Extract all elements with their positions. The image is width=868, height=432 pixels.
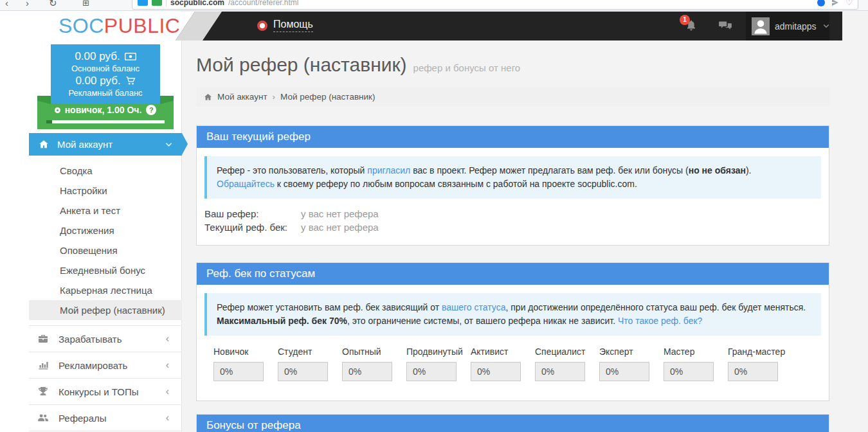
user-menu[interactable]: admitapps	[746, 12, 829, 40]
messages-button[interactable]	[718, 19, 732, 32]
status-name: Опытный	[342, 346, 406, 357]
sidebar-item-referrals[interactable]: Рефералы ‹	[29, 404, 182, 431]
panel-current-referer: Ваш текущий рефер Рефер - это пользовате…	[196, 125, 829, 246]
your-status-link[interactable]: вашего статуса	[442, 302, 506, 312]
invited-link[interactable]: пригласил	[367, 165, 410, 176]
divider	[166, 0, 167, 6]
refback-value: у вас нет рефера	[301, 221, 379, 234]
refback-row: Текущий реф. бек: у вас нет рефера	[204, 221, 821, 234]
browser-forward-icon[interactable]: ›	[26, 0, 29, 10]
status-name: Студент	[278, 346, 342, 357]
status-col-student: Студент 0%	[278, 346, 342, 381]
status-col-experienced: Опытный 0%	[342, 346, 406, 381]
breadcrumb-account-link[interactable]: Мой аккаунт	[217, 92, 267, 102]
info-text: ).	[746, 165, 752, 176]
sidebar-item-advertise[interactable]: Рекламировать ‹	[29, 352, 182, 378]
notification-badge: 1	[680, 15, 690, 25]
status-percent: 0%	[406, 362, 457, 381]
cart-icon[interactable]	[125, 76, 136, 86]
panel-bonuses: Бонусы от рефера	[196, 414, 829, 432]
info-bold: но не обязан	[689, 165, 746, 176]
share-icon[interactable]	[831, 0, 839, 6]
lifebuoy-icon	[257, 21, 267, 31]
panel-current-referer-title: Ваш текущий рефер	[197, 126, 829, 148]
sidebar-item-career[interactable]: Карьерная лестница	[29, 280, 182, 300]
home-icon	[39, 140, 49, 149]
extension-icon-blue[interactable]	[138, 0, 148, 6]
sidebar-item-summary[interactable]: Сводка	[29, 161, 182, 181]
sidebar-item-my-referer[interactable]: Мой рефер (наставник)	[29, 300, 182, 320]
chat-icon	[718, 19, 732, 32]
referer-label: Ваш рефер:	[204, 207, 301, 221]
status-col-specialist: Специалист 0%	[535, 346, 599, 381]
sidebar-item-achievements[interactable]: Достижения	[29, 221, 182, 240]
chevron-left-icon: ‹	[166, 386, 169, 397]
browser-tabs-icon[interactable]: ⊞	[82, 0, 89, 10]
sidebar-item-my-account[interactable]: Мой аккаунт	[29, 133, 182, 156]
contact-link[interactable]: Обращайтесь	[217, 179, 275, 189]
status-percent: 0%	[213, 362, 264, 381]
info-text: Рефер - это пользователь, который	[217, 165, 367, 176]
adv-balance-amount: 0.00 руб.	[51, 74, 160, 87]
site-header: SOCPUBLIC Помощь 1 admitapps	[29, 12, 842, 40]
extension-icon-green[interactable]	[152, 0, 162, 6]
chevron-down-icon	[165, 142, 172, 147]
site-badge-icon[interactable]	[817, 0, 825, 6]
chevron-down-icon	[823, 24, 829, 28]
status-percent: 0%	[599, 362, 649, 381]
username: admitapps	[775, 21, 817, 32]
chevron-left-icon: ‹	[166, 412, 169, 424]
status-col-novice: Новичок 0%	[213, 346, 278, 381]
status-col-grandmaster: Гранд-мастер 0%	[728, 346, 785, 381]
help-link[interactable]: Помощь	[257, 19, 313, 32]
sidebar-item-profile-test[interactable]: Анкета и тест	[29, 201, 182, 221]
breadcrumb-separator: ›	[273, 92, 276, 102]
site-logo[interactable]: SOCPUBLIC	[59, 14, 180, 38]
my-account-label: Мой аккаунт	[57, 139, 113, 150]
breadcrumb-current: Мой рефер (наставник)	[280, 92, 375, 102]
status-percent: 0%	[664, 362, 714, 381]
status-percent: 0%	[342, 362, 392, 381]
sidebar-item-settings[interactable]: Настройки	[29, 181, 182, 201]
refback-info-box: Рефер может установить вам реф. бек зави…	[204, 293, 821, 336]
status-percent: 0%	[535, 362, 585, 381]
browser-back-icon[interactable]: ‹	[5, 0, 8, 10]
status-col-expert: Эксперт 0%	[599, 346, 664, 381]
sidebar-item-earn[interactable]: Зарабатывать ‹	[29, 325, 182, 352]
refback-label: Текущий реф. бек:	[204, 221, 301, 234]
referer-value: у вас нет рефера	[301, 207, 379, 221]
status-grid: Новичок 0% Студент 0% Опытный 0% Продвин…	[204, 346, 821, 381]
status-col-master: Мастер 0%	[664, 346, 728, 381]
info-text: вас в проект. Рефер может предлагать вам…	[410, 165, 688, 176]
sidebar-item-contests[interactable]: Конкурсы и ТОПы ‹	[29, 378, 182, 404]
logo-text-soc: SOC	[59, 14, 104, 37]
main-balance-value: 0.00 руб.	[75, 50, 120, 63]
browser-reload-icon[interactable]: ↻	[49, 0, 57, 10]
ribbon-fold-left	[37, 96, 51, 104]
address-bar[interactable]: socpublic.com /account/referer.html ♡	[132, 0, 858, 10]
contests-label: Конкурсы и ТОПы	[59, 386, 138, 397]
person-icon	[752, 17, 770, 35]
status-percent: 0%	[728, 362, 778, 381]
page-subtitle: рефер и бонусы от него	[413, 62, 521, 73]
panel-bonuses-title: Бонусы от рефера	[197, 415, 829, 432]
sidebar-item-daily-bonus[interactable]: Ежедневный бонус	[29, 260, 182, 280]
referer-info-box: Рефер - это пользователь, который пригла…	[204, 156, 821, 199]
adv-balance-label: Рекламный баланс	[51, 87, 160, 98]
trophy-icon	[37, 386, 49, 397]
chevron-left-icon: ‹	[166, 333, 169, 345]
sidebar-item-alerts[interactable]: Оповещения	[29, 240, 182, 260]
banknote-icon[interactable]	[125, 53, 136, 60]
favorite-icon[interactable]: ♡	[845, 0, 853, 7]
browser-toolbar: ‹ › ↻ ⊞ socpublic.com /account/referer.h…	[0, 0, 868, 11]
account-submenu: Сводка Настройки Анкета и тест Достижени…	[29, 156, 182, 325]
status-ring-icon	[55, 107, 60, 113]
what-is-refback-link[interactable]: Что такое реф. бек?	[618, 316, 702, 326]
home-icon[interactable]	[204, 93, 212, 101]
notifications-button[interactable]: 1	[685, 19, 698, 32]
question-circle-icon[interactable]: ?	[146, 105, 156, 115]
earn-label: Зарабатывать	[59, 334, 122, 345]
advertise-label: Рекламировать	[59, 360, 127, 371]
logo-text-public: PUBLIC	[104, 14, 181, 37]
status-name: Новичок	[213, 346, 278, 357]
